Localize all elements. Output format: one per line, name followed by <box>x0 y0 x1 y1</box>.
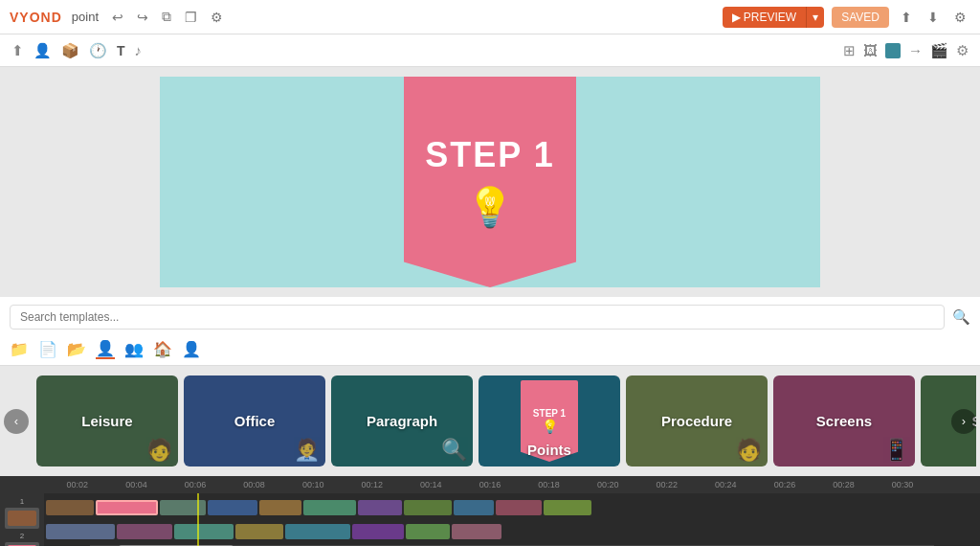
redo-button[interactable]: ↪ <box>133 8 152 27</box>
filter-open-icon[interactable]: 📂 <box>67 340 86 358</box>
square-icon[interactable] <box>885 43 901 58</box>
template-card-paragraph[interactable]: 🔍 Paragraph <box>331 375 473 466</box>
card-deco-paragraph: 🔍 <box>441 438 467 463</box>
secondary-toolbar-left: ⬆ 👤 📦 🕐 T ♪ <box>11 42 142 59</box>
arrow-right-button[interactable]: › <box>951 409 976 434</box>
filter-home-icon[interactable]: 🏠 <box>153 340 172 358</box>
track-content <box>44 493 980 546</box>
preview-button[interactable]: ▶ PREVIEW <box>723 7 807 28</box>
grid-icon[interactable]: ⊞ <box>843 42 856 59</box>
ruler-mark-13: 00:26 <box>755 480 814 489</box>
clip-2h[interactable] <box>452 524 501 539</box>
track-labels: 1 2 3 <box>0 493 44 546</box>
template-card-procedure[interactable]: 🧑 Procedure <box>626 375 768 466</box>
ruler-mark-14: 00:28 <box>814 480 874 489</box>
clip-2c[interactable] <box>174 524 234 539</box>
preview-dropdown-button[interactable]: ▾ <box>806 7 824 28</box>
filter-doc-icon[interactable]: 📄 <box>38 340 57 358</box>
points-mini-bulb: 💡 <box>542 419 558 434</box>
music-icon[interactable]: ♪ <box>135 42 143 58</box>
secondary-toolbar-right: ⊞ 🖼 → 🎬 ⚙ <box>843 42 969 59</box>
share-button[interactable]: ⬆ <box>897 8 916 27</box>
search-icon[interactable]: 🔍 <box>952 308 970 326</box>
clip-2a[interactable] <box>46 524 115 539</box>
canvas-area: STEP 1 💡 <box>0 67 980 297</box>
arrow-left-button[interactable]: ‹ <box>4 409 29 434</box>
topbar-left: VYOND point ↩ ↪ ⧉ ❐ ⚙ <box>10 7 227 27</box>
image-icon[interactable]: 🖼 <box>863 42 878 58</box>
clip-1k[interactable] <box>544 500 591 515</box>
playhead[interactable] <box>197 493 199 546</box>
clip-2d[interactable] <box>235 524 283 539</box>
track-num-2: 2 <box>20 532 24 540</box>
gear-icon[interactable]: ⚙ <box>956 42 969 59</box>
ruler-mark-9: 00:18 <box>520 480 579 489</box>
timer-icon[interactable]: 🕐 <box>89 42 107 59</box>
clip-1h[interactable] <box>404 500 452 515</box>
card-deco-office: 🧑‍💼 <box>294 438 320 463</box>
saved-button[interactable]: SAVED <box>832 7 889 28</box>
more-options-button[interactable]: ⚙ <box>207 8 227 27</box>
clip-1i[interactable] <box>454 500 494 515</box>
ruler-mark-4: 00:08 <box>225 480 284 489</box>
slide-canvas: STEP 1 💡 <box>160 77 820 287</box>
clip-2f[interactable] <box>352 524 404 539</box>
project-name[interactable]: point <box>72 10 99 24</box>
download-button[interactable]: ⬇ <box>924 8 943 27</box>
clip-2b[interactable] <box>117 524 172 539</box>
ruler-mark-10: 00:20 <box>578 480 637 489</box>
clip-2e[interactable] <box>285 524 350 539</box>
enter-icon[interactable]: → <box>908 42 923 58</box>
template-card-leisure[interactable]: 🧑 Leisure <box>36 375 178 466</box>
clip-1j[interactable] <box>496 500 542 515</box>
template-card-label-points: Points <box>527 442 571 458</box>
character-icon[interactable]: 👤 <box>33 42 52 59</box>
template-card-screens[interactable]: 📱 Screens <box>773 375 915 466</box>
video-icon[interactable]: 🎬 <box>930 42 948 59</box>
bulb-icon: 💡 <box>466 185 514 230</box>
clip-1d[interactable] <box>208 500 257 515</box>
template-card-label-screens: Screens <box>816 413 872 429</box>
topbar: VYOND point ↩ ↪ ⧉ ❐ ⚙ ▶ PREVIEW ▾ SAVED … <box>0 0 980 34</box>
track-row-2 <box>46 521 978 542</box>
search-input[interactable] <box>10 305 945 330</box>
ruler-mark-3: 00:06 <box>166 480 225 489</box>
ruler-mark-8: 00:16 <box>460 480 520 489</box>
timeline-ruler: 00:02 00:04 00:06 00:08 00:10 00:12 00:1… <box>0 476 980 493</box>
template-card-office[interactable]: 🧑‍💼 Office <box>184 375 325 466</box>
filter-character-icon[interactable]: 👤 <box>96 339 115 359</box>
clip-1a[interactable] <box>46 500 94 515</box>
ruler-mark-6: 00:12 <box>343 480 402 489</box>
clip-1e[interactable] <box>259 500 301 515</box>
clips-row-1 <box>46 500 591 515</box>
filter-folder-icon[interactable]: 📁 <box>10 340 29 358</box>
track-label-1: 1 <box>5 497 39 529</box>
prop-icon[interactable]: 📦 <box>61 42 79 59</box>
track-thumb-2[interactable] <box>5 542 39 546</box>
clip-2g[interactable] <box>406 524 450 539</box>
paste-button[interactable]: ❐ <box>181 8 201 27</box>
clip-1f[interactable] <box>303 500 356 515</box>
preview-group: ▶ PREVIEW ▾ <box>723 7 825 28</box>
app-logo: VYOND <box>10 10 62 25</box>
text-icon[interactable]: T <box>117 43 125 58</box>
clip-1g[interactable] <box>358 500 402 515</box>
filter-person-icon[interactable]: 👤 <box>182 340 201 358</box>
filter-team-icon[interactable]: 👥 <box>124 340 144 358</box>
track-num-1: 1 <box>20 497 24 506</box>
track-thumb-1[interactable] <box>5 508 39 529</box>
clip-1b[interactable] <box>96 500 158 515</box>
ruler-mark-1: 00:02 <box>48 480 107 489</box>
card-deco-leisure: 🧑 <box>146 438 172 463</box>
copy-button[interactable]: ⧉ <box>158 7 175 27</box>
secondary-toolbar: ⬆ 👤 📦 🕐 T ♪ ⊞ 🖼 → 🎬 ⚙ <box>0 34 980 67</box>
undo-button[interactable]: ↩ <box>108 8 127 27</box>
search-bar-row: 🔍 <box>0 297 980 337</box>
template-card-label-leisure: Leisure <box>81 413 132 429</box>
template-card-points[interactable]: STEP 1 💡 Points <box>479 375 620 466</box>
settings-button[interactable]: ⚙ <box>950 8 970 27</box>
template-cards: 🧑 Leisure 🧑‍💼 Office 🔍 Paragraph STEP 1 … <box>4 368 976 474</box>
upload-icon[interactable]: ⬆ <box>11 42 24 59</box>
card-deco-procedure: 🧑 <box>736 438 762 463</box>
template-card-label-office: Office <box>234 413 276 429</box>
